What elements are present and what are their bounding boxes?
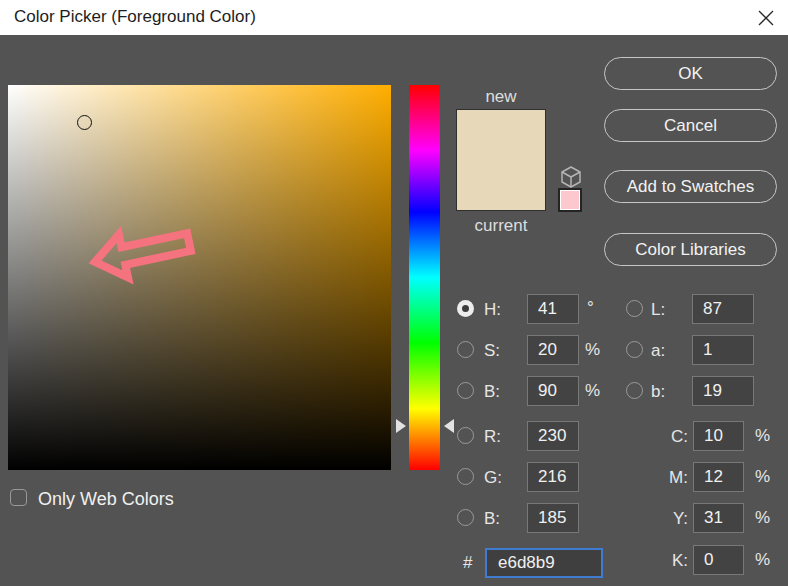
radio-a[interactable] (626, 341, 643, 358)
radio-b-rgb[interactable] (457, 509, 474, 526)
g-input[interactable] (527, 462, 579, 492)
b-lab-input[interactable] (692, 376, 754, 406)
c-input[interactable] (693, 421, 744, 451)
m-label: M: (660, 468, 688, 488)
hex-label: # (463, 553, 472, 573)
radio-s[interactable] (457, 341, 474, 358)
k-unit: % (755, 550, 770, 570)
s-label: S: (484, 341, 500, 361)
new-color-swatch (457, 110, 545, 160)
b-hsb-unit: % (585, 381, 600, 401)
only-web-colors-checkbox[interactable] (10, 489, 27, 506)
a-input[interactable] (692, 335, 754, 365)
l-input[interactable] (692, 294, 754, 324)
hue-slider[interactable] (409, 85, 440, 470)
radio-b-lab[interactable] (626, 382, 643, 399)
hex-input[interactable] (485, 548, 603, 578)
l-label: L: (651, 300, 665, 320)
add-to-swatches-button[interactable]: Add to Swatches (604, 170, 777, 203)
radio-b-hsb[interactable] (457, 382, 474, 399)
s-input[interactable] (527, 335, 579, 365)
only-web-colors-label: Only Web Colors (38, 489, 174, 510)
color-preview-swatch (456, 109, 546, 211)
dialog-titlebar: Color Picker (Foreground Color) (0, 0, 788, 35)
a-label: a: (651, 341, 665, 361)
r-label: R: (484, 427, 501, 447)
radio-r[interactable] (457, 427, 474, 444)
s-unit: % (585, 340, 600, 360)
b-hsb-input[interactable] (527, 376, 579, 406)
color-libraries-button[interactable]: Color Libraries (604, 233, 777, 266)
current-color-swatch[interactable] (457, 160, 545, 210)
saturation-brightness-field[interactable] (8, 85, 391, 470)
radio-l[interactable] (626, 300, 643, 317)
web-safe-color-swatch[interactable] (558, 188, 582, 212)
ok-button[interactable]: OK (604, 57, 777, 90)
web-gamut-warning-cube-icon[interactable] (561, 166, 581, 188)
c-unit: % (755, 426, 770, 446)
cancel-button[interactable]: Cancel (604, 109, 777, 142)
radio-g[interactable] (457, 468, 474, 485)
r-input[interactable] (527, 421, 579, 451)
new-color-label: new (456, 87, 546, 107)
h-unit: ° (587, 298, 594, 318)
y-unit: % (755, 508, 770, 528)
m-unit: % (755, 467, 770, 487)
k-input[interactable] (693, 545, 744, 575)
dialog-title: Color Picker (Foreground Color) (14, 7, 256, 27)
h-label: H: (484, 300, 501, 320)
k-label: K: (660, 551, 688, 571)
current-color-label: current (456, 216, 546, 236)
y-label: Y: (660, 509, 688, 529)
b-rgb-label: B: (484, 509, 500, 529)
c-label: C: (660, 427, 688, 447)
color-field-cursor[interactable] (77, 115, 92, 130)
b-hsb-label: B: (484, 382, 500, 402)
radio-h[interactable] (457, 300, 474, 317)
h-input[interactable] (527, 294, 579, 324)
b-rgb-input[interactable] (527, 503, 579, 533)
close-icon[interactable] (754, 6, 778, 30)
hue-slider-thumb-left[interactable] (396, 419, 406, 433)
b-lab-label: b: (651, 382, 665, 402)
y-input[interactable] (693, 503, 744, 533)
g-label: G: (484, 468, 502, 488)
m-input[interactable] (693, 462, 744, 492)
hue-slider-thumb-right[interactable] (444, 419, 454, 433)
